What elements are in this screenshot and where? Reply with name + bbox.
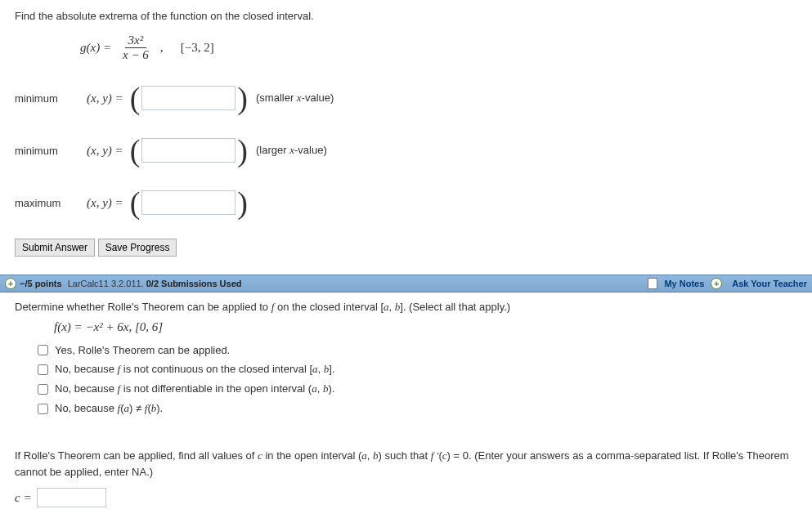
q2-option-1[interactable]: Yes, Rolle's Theorem can be applied. (38, 344, 797, 356)
comma: , (160, 41, 173, 55)
q1-interval: [−3, 2] (181, 41, 214, 55)
q1-row-min1: minimum (x, y) = ( ) (smaller x-value) (15, 80, 797, 116)
open-paren-icon: ( (130, 80, 141, 116)
q2-instr-c: ]. (Select all that apply.) (400, 301, 510, 313)
close-paren-icon: ) (237, 185, 248, 221)
q2-checkbox-4[interactable] (38, 404, 48, 414)
button-row: Submit Answer Save Progress (15, 239, 797, 257)
question-1: Find the absolute extrema of the functio… (0, 0, 812, 275)
q1-max-input[interactable] (141, 190, 236, 215)
q2-fu-b: in the open interval ( (262, 449, 361, 462)
eq-prefix: (x, y) = (87, 196, 123, 210)
close-paren-icon: ) (237, 132, 248, 168)
note-icon[interactable] (648, 278, 657, 289)
q2-instr-b: on the closed interval [ (274, 301, 384, 313)
submit-answer-button[interactable]: Submit Answer (15, 239, 95, 257)
q1-frac-den: x − 6 (119, 48, 152, 62)
row-note: (larger x-value) (256, 144, 327, 157)
close-paren-icon: ) (237, 80, 248, 116)
eq-prefix: (x, y) = (87, 144, 123, 158)
my-notes-link[interactable]: My Notes (664, 279, 704, 288)
q2-c-input[interactable] (37, 488, 106, 507)
row-label: maximum (15, 197, 87, 209)
open-paren-icon: ( (130, 132, 141, 168)
q2-instr-a: Determine whether Rolle's Theorem can be… (15, 301, 271, 313)
q2-instruction: Determine whether Rolle's Theorem can be… (15, 301, 797, 314)
plus-icon[interactable]: + (711, 278, 722, 289)
source-label: LarCalc11 3.2.011. (65, 279, 146, 288)
q2-checkbox-1[interactable] (38, 345, 48, 355)
q2-option-2-label: No, because f is not continuous on the c… (55, 363, 335, 376)
q2-c-row: c = (15, 488, 797, 507)
open-paren-icon: ( (130, 185, 141, 221)
q1-min1-input[interactable] (141, 86, 236, 110)
q1-instruction: Find the absolute extrema of the functio… (15, 10, 797, 22)
q2-option-4-label: No, because f(a) ≠ f(b). (55, 402, 163, 415)
save-progress-button[interactable]: Save Progress (98, 239, 177, 257)
q2-checkbox-2[interactable] (38, 364, 48, 375)
q1-min2-input[interactable] (141, 138, 236, 163)
q2-formula: f(x) = −x² + 6x, [0, 6] (54, 320, 797, 334)
q2-checkbox-3[interactable] (38, 384, 48, 395)
q2-followup: If Rolle's Theorem can be applied, find … (15, 448, 797, 480)
eq-prefix: (x, y) = (87, 92, 123, 105)
submissions-label: 0/2 Submissions Used (146, 279, 242, 288)
q1-frac-num: 3x² (125, 33, 147, 48)
row-note: (smaller x-value) (256, 92, 334, 105)
ask-teacher-link[interactable]: Ask Your Teacher (732, 279, 807, 288)
q2-option-1-label: Yes, Rolle's Theorem can be applied. (55, 344, 230, 356)
q1-row-min2: minimum (x, y) = ( ) (larger x-value) (15, 132, 797, 168)
q2-option-2[interactable]: No, because f is not continuous on the c… (38, 363, 797, 376)
row-label: minimum (15, 92, 87, 105)
c-label: c = (15, 491, 32, 505)
q2-fu-c: ) such that (379, 449, 431, 462)
q2-option-4[interactable]: No, because f(a) ≠ f(b). (38, 402, 797, 415)
q1-fraction: 3x² x − 6 (119, 33, 152, 62)
q2-option-3-label: No, because f is not differentiable in t… (55, 382, 334, 395)
expand-icon[interactable]: + (5, 278, 16, 289)
question-header-bar: + −/5 points LarCalc11 3.2.011. 0/2 Subm… (0, 275, 812, 293)
question-2: Determine whether Rolle's Theorem can be… (0, 293, 812, 522)
points-label: −/5 points (20, 279, 62, 288)
q2-option-3[interactable]: No, because f is not differentiable in t… (38, 382, 797, 395)
row-label: minimum (15, 145, 87, 157)
q1-formula: g(x) = 3x² x − 6 , [−3, 2] (80, 33, 797, 62)
q1-row-max: maximum (x, y) = ( ) (15, 185, 797, 221)
q1-func-lhs: g(x) = (80, 41, 111, 55)
q2-fu-a: If Rolle's Theorem can be applied, find … (15, 449, 258, 462)
